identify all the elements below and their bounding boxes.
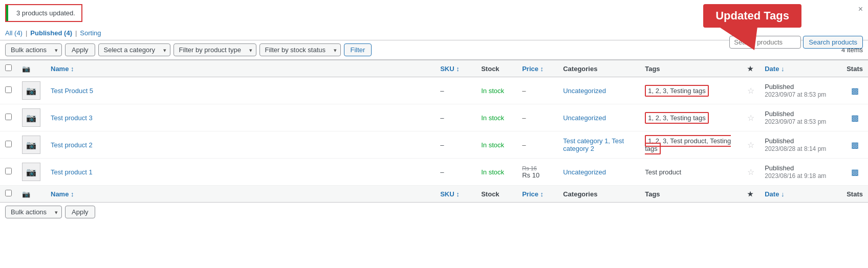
th-price[interactable]: Price ↕ [517, 60, 558, 77]
tfoot-sku[interactable]: SKU ↕ [435, 186, 476, 203]
apply-button[interactable]: Apply [65, 43, 95, 56]
filter-button[interactable]: Filter [344, 43, 372, 56]
table-row: 📷Test product 3–In stock–Uncategorized1,… [0, 104, 868, 131]
category-select[interactable]: Select a category [98, 43, 170, 56]
row-price-cell: – [517, 131, 558, 159]
notification-bar: 3 products updated. [5, 4, 82, 22]
row-date-cell: Published2023/09/07 at 8:53 pm [760, 77, 841, 104]
row-sku-cell: – [435, 77, 476, 104]
updated-tags-callout: Updated Tags [703, 4, 801, 28]
row-stock-cell: In stock [476, 77, 517, 104]
category-link[interactable]: Uncategorized [563, 87, 606, 95]
thumbnail-placeholder: 📷 [22, 81, 40, 100]
stats-bar-icon[interactable]: ▩ [851, 86, 859, 95]
th-sku[interactable]: SKU ↕ [435, 60, 476, 77]
thumbnail-placeholder: 📷 [22, 108, 40, 127]
nav-sorting[interactable]: Sorting [80, 29, 101, 37]
product-type-select[interactable]: Filter by product type [173, 43, 256, 56]
product-name-link[interactable]: Test product 2 [51, 141, 93, 149]
thumbnail-placeholder: 📷 [22, 163, 40, 181]
category-link[interactable]: Uncategorized [563, 168, 606, 176]
bulk-actions-select-wrap: Bulk actions [5, 43, 62, 56]
row-stock-cell: In stock [476, 159, 517, 186]
th-name[interactable]: Name ↕ [46, 60, 435, 77]
tfoot-name[interactable]: Name ↕ [46, 186, 435, 203]
star-toggle[interactable]: ☆ [747, 141, 754, 149]
tfoot-image: 📷 [17, 186, 46, 203]
thumbnail-placeholder: 📷 [22, 136, 40, 154]
date-value: 2023/09/07 at 8:53 pm [765, 118, 826, 125]
table-row: 📷Test product 2–In stock–Test category 1… [0, 131, 868, 159]
stats-bar-icon[interactable]: ▩ [851, 168, 859, 176]
row-checkbox[interactable] [5, 168, 12, 174]
row-categories-cell: Test category 1, Test category 2 [558, 131, 640, 159]
row-checkbox[interactable] [5, 86, 12, 93]
stock-status-select[interactable]: Filter by stock status [259, 43, 341, 56]
select-all-bottom-checkbox[interactable] [5, 190, 12, 196]
tfoot-date[interactable]: Date ↓ [760, 186, 841, 203]
star-toggle[interactable]: ☆ [747, 168, 754, 176]
tfoot-checkbox [0, 186, 17, 203]
tags-value-highlighted: 1, 2, 3, Testing tags [645, 112, 709, 124]
bottom-footer: Bulk actions Apply [0, 203, 868, 221]
table-row: 📷Test product 1–In stockRs 16Rs 10Uncate… [0, 159, 868, 186]
nav-all[interactable]: All (4) [5, 29, 23, 37]
th-tags: Tags [640, 60, 742, 77]
row-tags-cell: 1, 2, 3, Test product, Testing tags [640, 131, 742, 159]
callout-arrow [719, 27, 757, 50]
bulk-actions-select[interactable]: Bulk actions [5, 43, 62, 56]
nav-published[interactable]: Published (4) [30, 29, 72, 37]
row-stock-cell: In stock [476, 131, 517, 159]
row-tags-cell: 1, 2, 3, Testing tags [640, 104, 742, 131]
date-status: Published [765, 164, 794, 172]
row-categories-cell: Uncategorized [558, 104, 640, 131]
date-value: 2023/08/16 at 9:18 am [765, 172, 826, 180]
row-date-cell: Published2023/08/28 at 8:14 pm [760, 131, 841, 159]
stock-status: In stock [481, 87, 504, 95]
stats-bar-icon[interactable]: ▩ [851, 141, 859, 149]
row-checkbox[interactable] [5, 114, 12, 120]
row-sku-cell: – [435, 104, 476, 131]
row-thumbnail-cell: 📷 [17, 159, 46, 186]
stock-status-select-wrap: Filter by stock status [259, 43, 341, 56]
stock-status: In stock [481, 141, 504, 149]
select-all-checkbox[interactable] [5, 64, 12, 71]
row-stock-cell: In stock [476, 104, 517, 131]
products-table: 📷 Name ↕ SKU ↕ Stock Price ↕ Categories … [0, 60, 868, 203]
search-products-button[interactable]: Search products [803, 36, 863, 49]
row-name-cell: Test product 3 [46, 104, 435, 131]
product-name-link[interactable]: Test Product 5 [51, 87, 93, 95]
green-accent-bar [6, 5, 8, 21]
product-name-link[interactable]: Test product 1 [51, 168, 93, 176]
row-categories-cell: Uncategorized [558, 77, 640, 104]
bottom-apply-button[interactable]: Apply [65, 206, 95, 218]
row-thumbnail-cell: 📷 [17, 131, 46, 159]
category-link[interactable]: Uncategorized [563, 114, 606, 122]
star-toggle[interactable]: ☆ [747, 114, 754, 122]
bottom-bulk-actions-wrap: Bulk actions [5, 206, 62, 218]
row-name-cell: Test Product 5 [46, 77, 435, 104]
updated-tags-label: Updated Tags [703, 4, 801, 28]
tfoot-price[interactable]: Price ↕ [517, 186, 558, 203]
th-checkbox [0, 60, 17, 77]
product-name-link[interactable]: Test product 3 [51, 114, 93, 122]
table-row: 📷Test Product 5–In stock–Uncategorized1,… [0, 77, 868, 104]
bottom-bulk-actions-select[interactable]: Bulk actions [5, 206, 62, 218]
image-icon: 📷 [22, 65, 30, 73]
row-checkbox[interactable] [5, 141, 12, 147]
category-link[interactable]: Test category 1, Test category 2 [563, 137, 624, 152]
image-icon-bottom: 📷 [22, 190, 30, 198]
stats-bar-icon[interactable]: ▩ [851, 114, 859, 122]
tfoot-tags: Tags [640, 186, 742, 203]
row-tags-cell: 1, 2, 3, Testing tags [640, 77, 742, 104]
tfoot-stats: Stats [841, 186, 868, 203]
star-toggle[interactable]: ☆ [747, 86, 754, 95]
row-stats-cell: ▩ [841, 77, 868, 104]
date-status: Published [765, 137, 794, 145]
row-tags-cell: Test product [640, 159, 742, 186]
row-sku-cell: – [435, 131, 476, 159]
tags-value-highlighted: 1, 2, 3, Test product, Testing tags [645, 135, 731, 154]
th-date[interactable]: Date ↓ [760, 60, 841, 77]
row-star-cell: ☆ [742, 159, 760, 186]
close-notification-button[interactable]: × [858, 5, 863, 13]
